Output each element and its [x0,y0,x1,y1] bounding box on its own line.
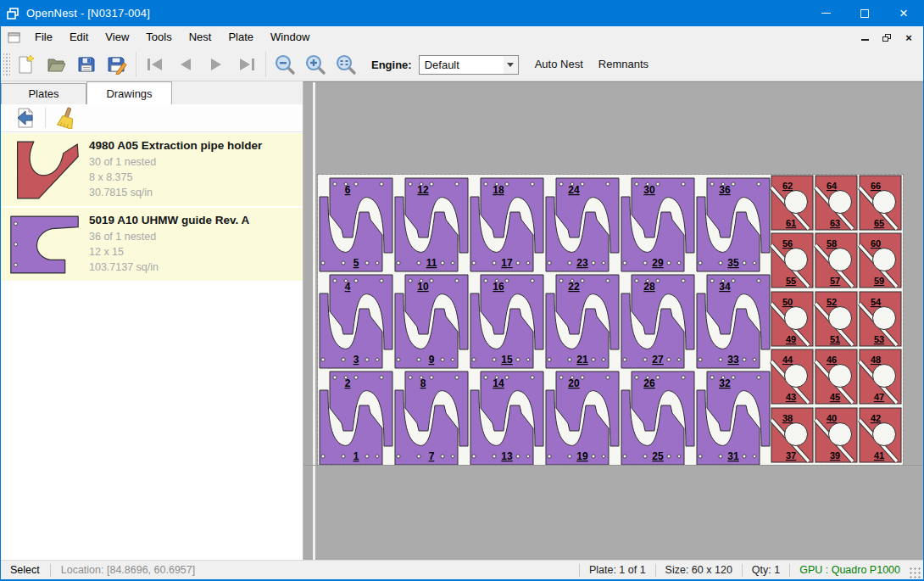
nest-pair-purple[interactable]: 1314 [470,372,543,465]
engine-label: Engine: [371,59,412,71]
title-bar: OpenNest - [N0317-004] × [1,0,923,26]
child-restore-button[interactable] [881,31,893,43]
open-button[interactable] [41,51,71,78]
part-hole [635,182,638,186]
zoom-in-button[interactable] [300,51,331,78]
part-number: 33 [727,354,739,366]
app-window: OpenNest - [N0317-004] × File Edit View … [0,0,924,581]
nest-pair-purple[interactable]: 2324 [546,178,619,271]
part-hole [380,376,383,379]
status-mode: Select [1,564,50,576]
nest-pair-red[interactable]: 4847 [860,349,901,404]
part-hole [430,279,433,282]
engine-dropdown-button[interactable] [504,56,518,74]
nest-pair-red[interactable]: 5251 [815,292,857,346]
part-number: 18 [493,184,504,196]
menu-tools[interactable]: Tools [137,28,180,47]
child-close-button[interactable]: × [903,31,915,43]
nest-pair-red[interactable]: 4645 [815,349,857,404]
nest-pair-purple[interactable]: 1718 [470,178,543,271]
menu-view[interactable]: View [97,28,137,47]
nest-pair-purple[interactable]: 3536 [697,178,770,271]
part-hole [592,261,595,265]
nest-pair-red[interactable]: 4039 [815,408,857,462]
nest-pair-red[interactable]: 5655 [771,233,813,288]
part-number: 19 [576,450,588,462]
nest-pair-purple[interactable]: 3334 [697,275,770,368]
nest-pair-purple[interactable]: 12 [320,372,392,465]
part-number: 45 [830,392,840,402]
nest-pair-purple[interactable]: 1112 [395,178,468,271]
nest-pair-purple[interactable]: 34 [320,275,392,368]
tab-drawings[interactable]: Drawings [86,81,172,104]
nest-pair-purple[interactable]: 78 [395,372,468,465]
menu-plate[interactable]: Plate [220,28,262,47]
resize-grip[interactable] [910,567,921,579]
menu-file[interactable]: File [26,28,61,47]
drawing-size: 12 x 15 [89,244,249,260]
plate[interactable]: 5611121718232429303536349101516212227283… [318,175,903,465]
nest-pair-red[interactable]: 4241 [860,408,901,462]
menu-edit[interactable]: Edit [61,28,97,47]
part-number: 24 [568,184,580,196]
nest-pair-purple[interactable]: 2122 [546,275,619,368]
maximize-button[interactable] [845,0,884,26]
part-number: 28 [643,281,655,293]
child-minimize-button[interactable] [859,31,871,43]
menu-window[interactable]: Window [262,28,318,47]
tab-plates[interactable]: Plates [1,83,86,104]
drawing-list-item[interactable]: 4980 A05 Extraction pipe holder 30 of 1 … [1,133,303,206]
auto-nest-button[interactable]: Auto Nest [527,53,591,75]
part-hole [592,358,595,361]
part-hole [397,358,400,361]
clear-drawings-button[interactable] [51,106,80,130]
nest-pair-red[interactable]: 6463 [815,176,857,230]
nest-pair-red[interactable]: 4443 [771,349,813,404]
nest-pair-red[interactable]: 6261 [771,176,813,230]
nest-pair-red[interactable]: 5453 [860,292,901,346]
nest-pair-purple[interactable]: 910 [395,275,468,368]
new-button[interactable] [10,51,41,78]
save-as-button[interactable] [102,51,132,78]
import-drawing-button[interactable] [11,106,40,130]
part-hole [710,182,714,186]
nest-pair-red[interactable]: 5857 [815,233,857,288]
nest-pair-purple[interactable]: 56 [320,178,392,271]
part-hole [623,455,626,458]
next-plate-button[interactable] [201,51,231,78]
zoom-fit-button[interactable] [331,51,361,78]
part-number: 13 [501,450,513,462]
nest-pair-red[interactable]: 5049 [771,292,813,346]
part-hole [568,455,571,458]
part-hole [757,182,760,186]
nest-pair-red[interactable]: 3837 [771,408,813,462]
zoom-out-button[interactable] [270,51,300,78]
status-plate-count: Plate: 1 of 1 [580,564,655,576]
menu-nest[interactable]: Nest [181,28,220,47]
engine-select[interactable]: Default [419,55,519,75]
last-plate-button[interactable] [231,51,262,78]
part-number: 66 [871,181,881,191]
nest-canvas[interactable]: 5611121718232429303536349101516212227283… [303,81,923,560]
drawing-list-item[interactable]: 5019 A10 UHMW guide Rev. A 36 of 1 neste… [1,208,303,281]
nest-pair-red[interactable]: 6059 [860,233,901,288]
minimize-button[interactable] [806,0,845,26]
previous-plate-button[interactable] [170,51,201,78]
remnants-button[interactable]: Remnants [591,53,656,75]
nest-pair-purple[interactable]: 2728 [621,275,694,368]
nest-pair-purple[interactable]: 2930 [621,178,694,271]
save-button[interactable] [71,51,102,78]
maximize-icon [860,9,869,18]
document-icon[interactable] [1,32,26,43]
nest-pair-red[interactable]: 6665 [860,176,901,230]
close-button[interactable]: × [884,0,923,26]
nest-pair-purple[interactable]: 2526 [621,372,694,465]
new-file-icon [15,54,36,75]
nest-pair-purple[interactable]: 1920 [546,372,619,465]
nest-pair-purple[interactable]: 3132 [697,372,770,465]
first-plate-button[interactable] [140,51,170,78]
nest-pair-purple[interactable]: 1516 [470,275,543,368]
toolbar-grip[interactable] [3,53,10,76]
part-hole [516,358,520,361]
minimize-icon [821,13,831,14]
